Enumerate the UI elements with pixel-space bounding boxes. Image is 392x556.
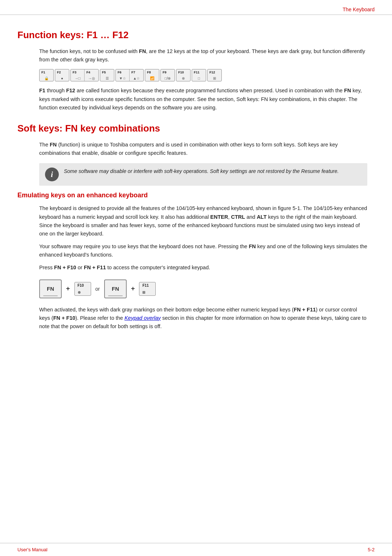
subsection-para2: When activated, the keys with dark gray … (39, 306, 367, 331)
fn-f11-key: F11 ⊞ (139, 282, 156, 296)
key-group-f1: F1 🔒 (39, 69, 54, 81)
footer-right: 5-2 (368, 547, 375, 552)
key-group-f2: F2 ● (55, 69, 69, 81)
fn-f10-key: F10 ⊗ (74, 282, 91, 296)
key-f4: F4 →◎ (85, 69, 98, 81)
key-f6: F6 ▼☆ (116, 69, 130, 81)
subsection-title: Emulating keys on an enhanced keyboard (17, 192, 375, 199)
fn-key-1: FN (39, 279, 62, 298)
fn-key-2: FN (104, 279, 127, 298)
key-group-f6f7: F6 ▼☆ F7 ▲☆ (115, 69, 144, 81)
section1-title: Function keys: F1 … F12 (17, 29, 375, 41)
fn-combo-illustration: FN + F10 ⊗ or FN + F11 ⊞ (39, 279, 375, 298)
key-f7: F7 ▲☆ (130, 69, 143, 81)
info-icon: i (45, 168, 59, 181)
key-group-f10: F10 ⊗ (176, 69, 191, 81)
subsection-para1: The keyboard is designed to provide all … (39, 204, 367, 272)
key-f9: F9 □/⊗ (161, 69, 175, 81)
key-f3: F3 →□ (71, 69, 85, 81)
key-f12: F12 ⊞ (208, 69, 221, 81)
key-group-f3f4: F3 →□ F4 →◎ (70, 69, 99, 81)
key-f8: F8 📶 (145, 69, 159, 81)
section1-description: F1 through F12 are called function keys … (39, 86, 367, 112)
plus-sign-1: + (66, 285, 70, 293)
key-group-f11: F11 □ (192, 69, 206, 81)
page-footer: User's Manual 5-2 (0, 543, 392, 556)
key-f11: F11 □ (192, 69, 206, 81)
key-group-f9: F9 □/⊗ (160, 69, 175, 81)
note-text: Some software may disable or interfere w… (64, 168, 339, 176)
key-f1: F1 🔒 (40, 69, 53, 81)
section1-intro: The function keys, not to be confused wi… (39, 47, 367, 64)
main-content: Function keys: F1 … F12 The function key… (0, 15, 392, 350)
key-group-f5: F5 ☰ (100, 69, 114, 81)
or-text: or (95, 286, 100, 292)
key-group-f8: F8 📶 (145, 69, 159, 81)
key-f2: F2 ● (55, 69, 69, 81)
page-header: The Keyboard (0, 0, 392, 15)
header-title: The Keyboard (343, 7, 375, 12)
function-keys-illustration: F1 🔒 F2 ● F3 →□ F4 →◎ F5 ☰ (39, 69, 375, 81)
key-group-f12: F12 ⊞ (207, 69, 222, 81)
keypad-overlay-link[interactable]: Keypad overlay (124, 315, 161, 321)
key-f10: F10 ⊗ (176, 69, 190, 81)
key-f5: F5 ☰ (100, 69, 114, 81)
section2-intro: The FN (function) is unique to Toshiba c… (39, 141, 367, 157)
footer-left: User's Manual (17, 547, 48, 552)
plus-sign-2: + (131, 285, 135, 293)
section2-title: Soft keys: FN key combinations (17, 123, 375, 134)
note-box: i Some software may disable or interfere… (39, 163, 367, 186)
